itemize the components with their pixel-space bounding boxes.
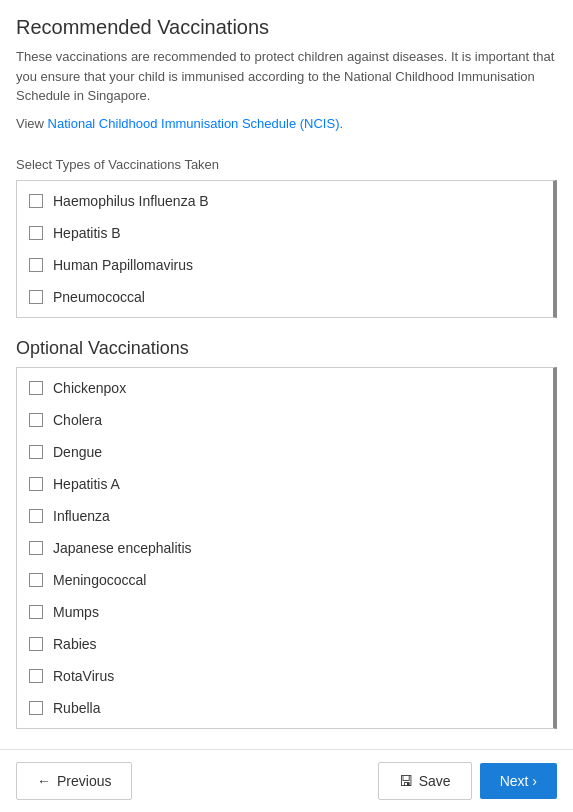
label-meningococcal: Meningococcal	[53, 572, 146, 588]
ncis-link-prefix: View	[16, 116, 48, 131]
checkbox-hepb[interactable]	[29, 226, 43, 240]
label-cholera: Cholera	[53, 412, 102, 428]
label-rabies: Rabies	[53, 636, 97, 652]
optional-section-title: Optional Vaccinations	[16, 338, 557, 359]
checkbox-rotavirus[interactable]	[29, 669, 43, 683]
previous-label: Previous	[57, 773, 111, 789]
optional-item-rotavirus[interactable]: RotaVirus	[17, 660, 553, 692]
optional-vaccinations-list: ChickenpoxCholeraDengueHepatitis AInflue…	[16, 367, 557, 729]
next-label: Next ›	[500, 773, 537, 789]
checkbox-jencephalitis[interactable]	[29, 541, 43, 555]
recommended-item-hib[interactable]: Haemophilus Influenza B	[17, 185, 553, 217]
checkbox-hpv[interactable]	[29, 258, 43, 272]
optional-item-influenza[interactable]: Influenza	[17, 500, 553, 532]
previous-button[interactable]: ← Previous	[16, 762, 132, 800]
save-icon: 🖫	[399, 773, 413, 789]
checkbox-hepa[interactable]	[29, 477, 43, 491]
bottom-navigation: ← Previous 🖫 Save Next ›	[0, 749, 573, 812]
label-influenza: Influenza	[53, 508, 110, 524]
save-button[interactable]: 🖫 Save	[378, 762, 472, 800]
label-rotavirus: RotaVirus	[53, 668, 114, 684]
optional-item-mumps[interactable]: Mumps	[17, 596, 553, 628]
page-description: These vaccinations are recommended to pr…	[16, 47, 557, 106]
checkbox-cholera[interactable]	[29, 413, 43, 427]
label-hepb: Hepatitis B	[53, 225, 121, 241]
label-hpv: Human Papillomavirus	[53, 257, 193, 273]
optional-item-dengue[interactable]: Dengue	[17, 436, 553, 468]
checkbox-rubella[interactable]	[29, 701, 43, 715]
label-jencephalitis: Japanese encephalitis	[53, 540, 192, 556]
label-hib: Haemophilus Influenza B	[53, 193, 209, 209]
recommended-item-pneumo[interactable]: Pneumococcal	[17, 281, 553, 313]
recommended-vaccinations-list: Haemophilus Influenza BHepatitis BHuman …	[16, 180, 557, 318]
label-hepa: Hepatitis A	[53, 476, 120, 492]
recommended-item-hepb[interactable]: Hepatitis B	[17, 217, 553, 249]
optional-item-jencephalitis[interactable]: Japanese encephalitis	[17, 532, 553, 564]
label-dengue: Dengue	[53, 444, 102, 460]
checkbox-meningococcal[interactable]	[29, 573, 43, 587]
optional-item-cholera[interactable]: Cholera	[17, 404, 553, 436]
label-rubella: Rubella	[53, 700, 100, 716]
optional-item-chickenpox[interactable]: Chickenpox	[17, 372, 553, 404]
select-label: Select Types of Vaccinations Taken	[16, 157, 557, 172]
checkbox-influenza[interactable]	[29, 509, 43, 523]
label-mumps: Mumps	[53, 604, 99, 620]
checkbox-hib[interactable]	[29, 194, 43, 208]
arrow-left-icon: ←	[37, 773, 51, 789]
ncis-link-paragraph: View National Childhood Immunisation Sch…	[16, 114, 557, 150]
optional-item-rubella[interactable]: Rubella	[17, 692, 553, 724]
page-title: Recommended Vaccinations	[16, 16, 557, 39]
optional-item-rabies[interactable]: Rabies	[17, 628, 553, 660]
save-label: Save	[419, 773, 451, 789]
optional-item-hepa[interactable]: Hepatitis A	[17, 468, 553, 500]
checkbox-pneumo[interactable]	[29, 290, 43, 304]
ncis-link[interactable]: National Childhood Immunisation Schedule…	[48, 114, 344, 134]
label-pneumo: Pneumococcal	[53, 289, 145, 305]
checkbox-dengue[interactable]	[29, 445, 43, 459]
next-button[interactable]: Next ›	[480, 763, 557, 799]
checkbox-chickenpox[interactable]	[29, 381, 43, 395]
checkbox-rabies[interactable]	[29, 637, 43, 651]
page-container: Recommended Vaccinations These vaccinati…	[0, 0, 573, 812]
right-buttons-group: 🖫 Save Next ›	[378, 762, 557, 800]
optional-item-meningococcal[interactable]: Meningococcal	[17, 564, 553, 596]
checkbox-mumps[interactable]	[29, 605, 43, 619]
recommended-item-hpv[interactable]: Human Papillomavirus	[17, 249, 553, 281]
label-chickenpox: Chickenpox	[53, 380, 126, 396]
